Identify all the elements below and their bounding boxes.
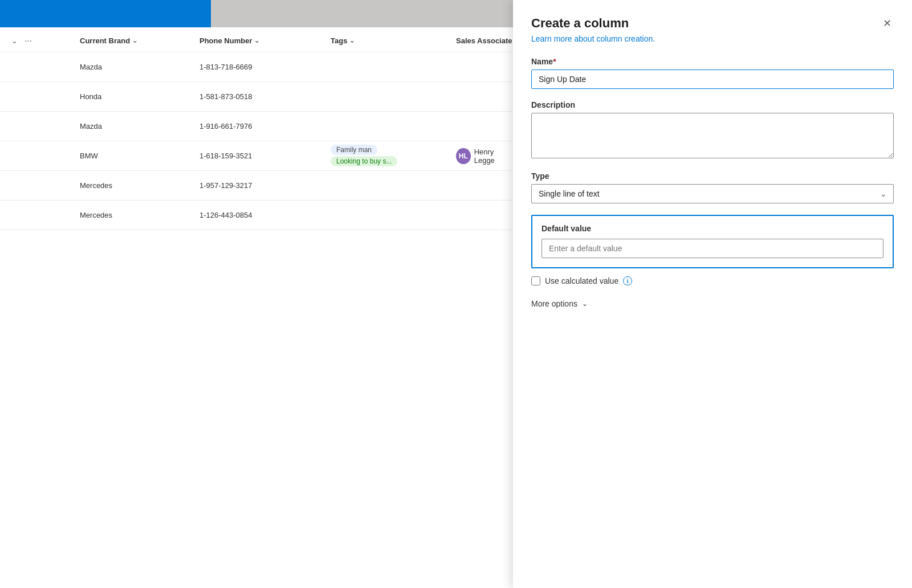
panel-title: Create a column xyxy=(531,16,629,31)
cell-phone: 1-618-159-3521 xyxy=(199,152,331,160)
description-label: Description xyxy=(531,100,894,109)
cell-phone: 1-916-661-7976 xyxy=(199,122,331,130)
table-row[interactable]: Mazda 1-813-718-6669 xyxy=(0,52,513,82)
col-sales-label: Sales Associate xyxy=(456,36,512,45)
col-header-sales[interactable]: Sales Associate xyxy=(456,36,513,45)
col-brand-label: Current Brand xyxy=(80,36,130,45)
use-calculated-label[interactable]: Use calculated value xyxy=(545,276,618,285)
col-tags-label: Tags xyxy=(331,36,347,45)
required-star: * xyxy=(553,57,556,66)
top-bar-blue xyxy=(0,0,211,27)
table-row[interactable]: Mercedes 1-957-129-3217 xyxy=(0,171,513,201)
more-options-row[interactable]: More options ⌄ xyxy=(531,299,588,308)
cell-brand: Mercedes xyxy=(80,181,199,190)
type-label: Type xyxy=(531,172,894,181)
panel-header: Create a column ✕ xyxy=(531,16,894,31)
avatar: HL xyxy=(456,148,471,164)
cell-phone: 1-957-129-3217 xyxy=(199,181,331,190)
type-select[interactable]: Single line of text Number Yes/No Person… xyxy=(531,184,894,203)
avatar-area: HL Henry Legge xyxy=(456,148,513,165)
cell-phone: 1-581-873-0518 xyxy=(199,92,331,101)
table-row[interactable]: Mercedes 1-126-443-0854 xyxy=(0,201,513,230)
sales-name: Henry Legge xyxy=(474,148,513,165)
table-header-row: ⌄ ⋯ Current Brand ⌄ Phone Number ⌄ Tags … xyxy=(0,27,513,52)
table-row[interactable]: Honda 1-581-873-0518 xyxy=(0,82,513,112)
use-calculated-row: Use calculated value i xyxy=(531,276,894,285)
cell-brand: Mazda xyxy=(80,63,199,71)
main-list-area: ⌄ ⋯ Current Brand ⌄ Phone Number ⌄ Tags … xyxy=(0,0,513,588)
row-chevron-area: ⌄ ⋯ xyxy=(11,36,80,45)
description-textarea[interactable] xyxy=(531,113,894,158)
col-header-brand[interactable]: Current Brand ⌄ xyxy=(80,36,199,45)
cell-phone: 1-126-443-0854 xyxy=(199,211,331,219)
info-icon[interactable]: i xyxy=(623,276,632,285)
cell-brand: Mercedes xyxy=(80,211,199,219)
col-brand-sort-icon: ⌄ xyxy=(132,37,137,44)
top-bar-gray xyxy=(211,0,513,27)
cell-sales: HL Henry Legge xyxy=(456,148,513,165)
cell-phone: 1-813-718-6669 xyxy=(199,63,331,71)
cell-brand: BMW xyxy=(80,152,199,160)
cell-brand: Honda xyxy=(80,92,199,101)
expand-chevron-icon: ⌄ xyxy=(11,36,18,45)
col-header-tags[interactable]: Tags ⌄ xyxy=(331,36,456,45)
table-row[interactable]: Mazda 1-916-661-7976 xyxy=(0,112,513,141)
col-header-phone[interactable]: Phone Number ⌄ xyxy=(199,36,331,45)
close-button[interactable]: ✕ xyxy=(881,16,894,31)
tag-pill: Family man xyxy=(331,145,377,155)
learn-more-link[interactable]: Learn more about column creation. xyxy=(531,34,894,43)
col-phone-sort-icon: ⌄ xyxy=(254,37,259,44)
col-tags-sort-icon: ⌄ xyxy=(349,37,355,44)
default-value-label: Default value xyxy=(542,224,883,233)
use-calculated-checkbox[interactable] xyxy=(531,276,540,285)
col-phone-label: Phone Number xyxy=(199,36,252,45)
more-icon: ⋯ xyxy=(25,36,32,45)
default-value-section: Default value xyxy=(531,215,894,268)
more-options-chevron-icon: ⌄ xyxy=(582,300,588,308)
table-row[interactable]: BMW 1-618-159-3521 Family man Looking to… xyxy=(0,141,513,171)
top-bar xyxy=(0,0,513,27)
cell-brand: Mazda xyxy=(80,122,199,130)
default-value-input[interactable] xyxy=(542,239,883,258)
more-options-label: More options xyxy=(531,299,577,308)
type-select-wrapper: Single line of text Number Yes/No Person… xyxy=(531,184,894,203)
cell-tags: Family man Looking to buy s... xyxy=(331,145,456,168)
tag-pill-green: Looking to buy s... xyxy=(331,156,397,166)
name-label: Name* xyxy=(531,57,894,66)
create-column-panel: Create a column ✕ Learn more about colum… xyxy=(513,0,912,588)
name-input[interactable] xyxy=(531,70,894,89)
